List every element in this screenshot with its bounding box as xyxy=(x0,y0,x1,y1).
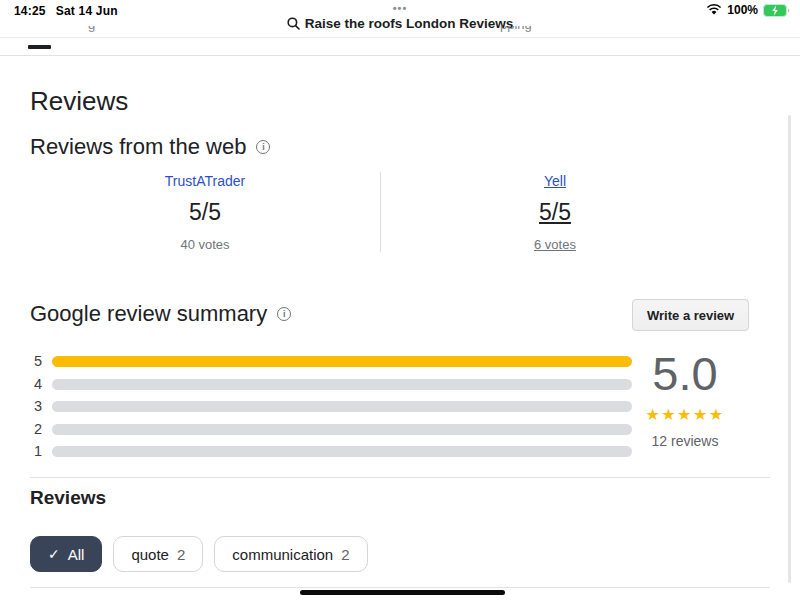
rating-histogram: 5 4 3 2 1 xyxy=(30,356,632,469)
average-rating: 5.0 xyxy=(635,349,735,398)
search-icon xyxy=(287,17,300,30)
source-votes[interactable]: 6 votes xyxy=(380,237,730,252)
rating-bar-label: 1 xyxy=(30,446,42,457)
check-icon: ✓ xyxy=(48,546,60,562)
info-icon[interactable]: i xyxy=(277,307,291,321)
rating-bar-label: 4 xyxy=(30,379,42,390)
filter-chip-all[interactable]: ✓ All xyxy=(30,536,102,572)
info-icon[interactable]: i xyxy=(256,140,270,154)
rating-bar-fill xyxy=(52,356,632,367)
chip-label: communication xyxy=(232,546,333,563)
screen: 14:25Sat 14 Jun ••• 100% Raise the roofs… xyxy=(0,0,800,600)
chip-count: 2 xyxy=(341,546,349,563)
rating-bar-track xyxy=(52,356,632,367)
vertical-scrollbar[interactable] xyxy=(788,115,791,583)
selected-tab-indicator xyxy=(28,45,51,49)
chip-label: quote xyxy=(131,546,169,563)
bottom-divider xyxy=(30,587,770,588)
web-review-source: TrustATrader 5/5 40 votes xyxy=(30,172,380,252)
rating-summary: 5.0 ★★★★★ 12 reviews xyxy=(635,349,735,449)
review-filter-chips: ✓ All quote 2 communication 2 xyxy=(30,536,368,572)
rating-bar-track xyxy=(52,424,632,435)
chip-count: 2 xyxy=(177,546,185,563)
reviews-section-heading: Reviews xyxy=(30,487,106,509)
google-summary-heading: Google review summary xyxy=(30,301,267,327)
page-title: Reviews xyxy=(30,86,128,117)
tabs-bottom-divider xyxy=(0,55,800,56)
write-review-button[interactable]: Write a review xyxy=(632,299,749,331)
rating-bar-row-2[interactable]: 2 xyxy=(30,424,632,435)
home-indicator[interactable] xyxy=(300,590,505,595)
rating-bar-row-1[interactable]: 1 xyxy=(30,446,632,457)
source-rating[interactable]: 5/5 xyxy=(380,199,730,226)
web-review-source: Yell 5/5 6 votes xyxy=(380,172,730,252)
rating-bar-track xyxy=(52,379,632,390)
rating-bar-label: 2 xyxy=(30,424,42,435)
rating-bar-row-3[interactable]: 3 xyxy=(30,401,632,412)
clipped-tab-fragment: g xyxy=(88,26,114,37)
source-link-yell[interactable]: Yell xyxy=(544,173,566,189)
filter-chip-communication[interactable]: communication 2 xyxy=(214,536,367,572)
reviews-count-link[interactable]: 12 reviews xyxy=(635,433,735,449)
source-rating[interactable]: 5/5 xyxy=(30,199,380,226)
search-bar[interactable]: Raise the roofs London Reviews xyxy=(0,14,800,32)
rating-bar-row-5[interactable]: 5 xyxy=(30,356,632,367)
rating-bar-label: 3 xyxy=(30,401,42,412)
star-rating-icons: ★★★★★ xyxy=(635,405,735,424)
source-link-trustatrader[interactable]: TrustATrader xyxy=(165,173,245,189)
more-dots-icon[interactable]: ••• xyxy=(0,2,800,14)
source-votes[interactable]: 40 votes xyxy=(30,237,380,252)
web-reviews-heading: Reviews from the web xyxy=(30,134,246,160)
chip-label: All xyxy=(68,546,85,563)
search-query: Raise the roofs London Reviews xyxy=(305,16,514,31)
section-divider xyxy=(30,477,770,478)
filter-chip-quote[interactable]: quote 2 xyxy=(113,536,203,572)
clipped-tab-fragment: pping xyxy=(500,26,560,37)
rating-bar-track xyxy=(52,401,632,412)
rating-bar-row-4[interactable]: 4 xyxy=(30,379,632,390)
rating-bar-label: 5 xyxy=(30,356,42,367)
toolbar-divider xyxy=(0,37,800,38)
rating-bar-track xyxy=(52,446,632,457)
